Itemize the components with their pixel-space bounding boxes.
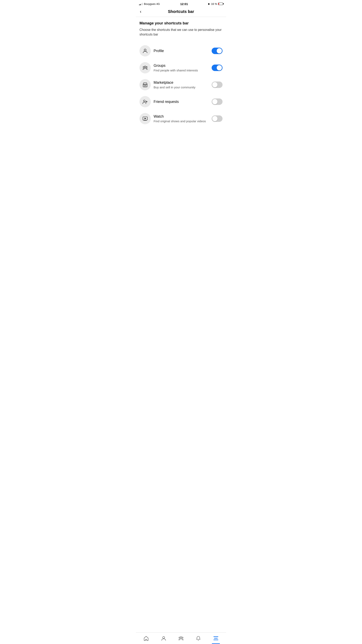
status-left: Bouygues 4G (139, 2, 160, 6)
shortcut-item-watch: Watch Find original shows and popular vi… (139, 110, 223, 127)
marketplace-text: Marketplace Buy and sell in your communi… (154, 80, 212, 90)
status-time: 12:01 (180, 2, 188, 6)
profile-label: Profile (154, 48, 212, 53)
shortcut-item-groups: Groups Find people with shared interests (139, 59, 223, 76)
location-icon: ▶ (208, 2, 210, 5)
back-button[interactable]: ‹ (139, 9, 142, 15)
shortcut-item-profile: Profile (139, 42, 223, 59)
groups-toggle-knob (217, 65, 222, 70)
svg-point-2 (143, 66, 144, 68)
profile-text: Profile (154, 48, 212, 53)
svg-point-0 (144, 49, 146, 51)
shortcut-item-marketplace: Marketplace Buy and sell in your communi… (139, 76, 223, 93)
watch-label: Watch (154, 114, 212, 119)
friend-requests-icon-wrap (139, 96, 151, 107)
battery-icon (218, 2, 223, 5)
status-bar: Bouygues 4G 12:01 ▶ 16 % (136, 0, 226, 7)
marketplace-icon (142, 82, 148, 87)
marketplace-label: Marketplace (154, 80, 212, 85)
groups-icon-wrap (139, 62, 151, 74)
svg-point-6 (143, 100, 145, 102)
marketplace-toggle-knob (212, 82, 218, 87)
watch-text: Watch Find original shows and popular vi… (154, 114, 212, 124)
svg-point-1 (144, 66, 146, 68)
battery-percent: 16 % (211, 2, 217, 6)
status-right: ▶ 16 % (208, 2, 223, 6)
profile-icon (142, 48, 148, 54)
svg-marker-8 (144, 118, 146, 119)
marketplace-sublabel: Buy and sell in your community (154, 85, 212, 90)
marketplace-toggle[interactable] (212, 82, 223, 88)
watch-sublabel: Find original shows and popular videos (154, 119, 212, 123)
friend-requests-label: Friend requests (154, 100, 212, 104)
profile-toggle[interactable] (212, 48, 223, 54)
page-title: Shortcuts bar (168, 9, 194, 14)
friend-requests-icon (142, 99, 148, 104)
carrier-label: Bouygues 4G (144, 2, 160, 6)
friend-requests-text: Friend requests (154, 100, 212, 104)
friend-requests-toggle[interactable] (212, 98, 223, 105)
header: ‹ Shortcuts bar (136, 7, 226, 17)
watch-toggle-knob (212, 116, 218, 121)
groups-icon (142, 65, 148, 70)
marketplace-icon-wrap (139, 79, 151, 90)
groups-text: Groups Find people with shared interests (154, 63, 212, 73)
groups-toggle[interactable] (212, 64, 223, 71)
watch-toggle[interactable] (212, 116, 223, 122)
watch-icon (142, 116, 148, 121)
watch-icon-wrap (139, 113, 151, 124)
groups-sublabel: Find people with shared interests (154, 68, 212, 72)
section-title: Manage your shortcuts bar (139, 21, 223, 26)
shortcuts-list: Profile Groups Find people with s (139, 42, 223, 127)
groups-label: Groups (154, 63, 212, 68)
signal-bars-icon (139, 2, 143, 5)
svg-rect-5 (144, 86, 146, 87)
profile-icon-wrap (139, 45, 151, 56)
content-area: Manage your shortcuts bar Choose the sho… (136, 17, 226, 131)
shortcut-item-friend-requests: Friend requests (139, 93, 223, 110)
section-description: Choose the shortcuts that we can use to … (139, 28, 223, 37)
friend-requests-toggle-knob (212, 99, 218, 104)
svg-point-3 (146, 66, 147, 68)
profile-toggle-knob (217, 48, 222, 54)
